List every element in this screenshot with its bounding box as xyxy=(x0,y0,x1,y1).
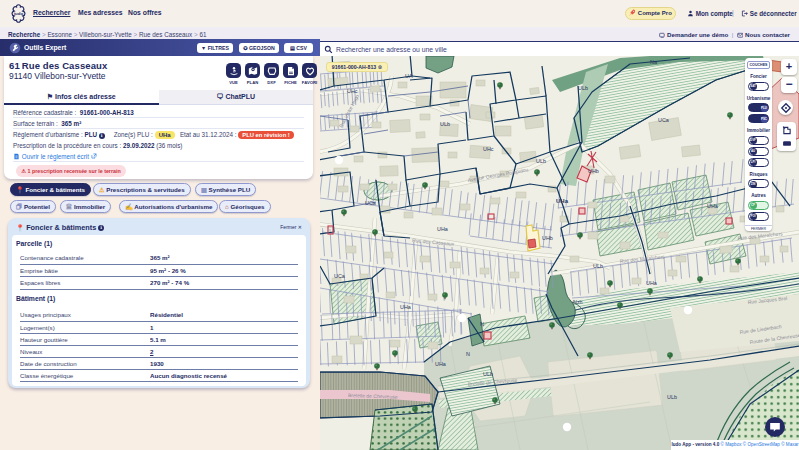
svg-text:UHa: UHa xyxy=(707,203,718,209)
svg-text:ULb: ULb xyxy=(440,121,450,127)
svg-text:Nzh: Nzh xyxy=(573,299,583,305)
svg-text:UHa: UHa xyxy=(646,280,657,286)
svg-text:UCa: UCa xyxy=(658,117,669,123)
svg-text:UHa: UHa xyxy=(435,361,446,367)
svg-text:UHa: UHa xyxy=(437,226,448,232)
svg-text:UA: UA xyxy=(405,73,413,79)
svg-text:UHa: UHa xyxy=(400,304,411,310)
svg-text:UHc: UHc xyxy=(347,88,358,94)
svg-text:N: N xyxy=(466,351,470,357)
svg-text:ULb: ULb xyxy=(578,85,588,91)
svg-text:UHb: UHb xyxy=(542,235,553,241)
svg-text:Na: Na xyxy=(650,59,657,65)
svg-text:ULb: ULb xyxy=(593,263,603,269)
svg-text:UCa: UCa xyxy=(334,273,345,279)
svg-text:UHa: UHa xyxy=(556,198,569,204)
svg-text:ULb: ULb xyxy=(536,158,546,164)
svg-text:UCa: UCa xyxy=(365,200,376,206)
svg-text:iudo: iudo xyxy=(14,11,24,16)
svg-text:UHb: UHb xyxy=(588,168,599,174)
svg-text:ULb: ULb xyxy=(483,371,493,377)
svg-text:UHc: UHc xyxy=(483,146,494,152)
svg-text:ULb: ULb xyxy=(667,394,677,400)
svg-text:N: N xyxy=(480,321,484,327)
